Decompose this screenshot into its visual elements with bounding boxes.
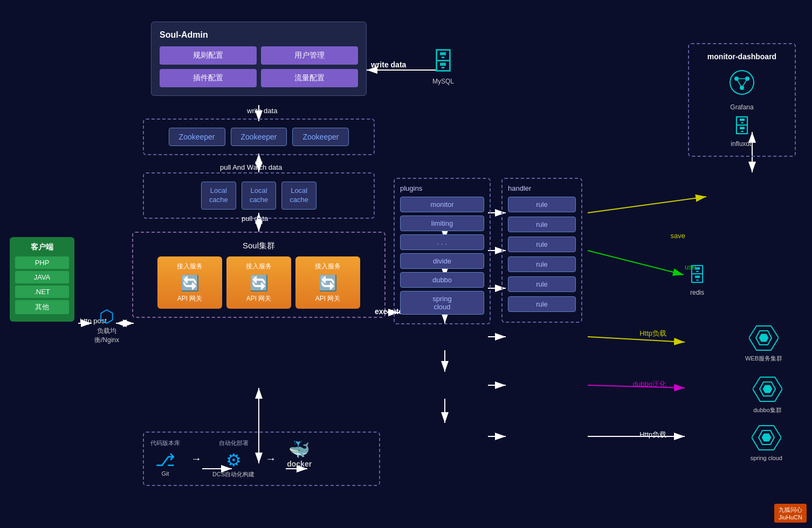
zookeeper-node-2: Zookeeper xyxy=(231,128,287,146)
nginx-label: 负载均衡/Nginx xyxy=(94,326,119,345)
mysql-area: 🗄 MySQL xyxy=(431,48,455,85)
web-service-cluster: WEB服务集群 xyxy=(745,323,782,363)
nginx-icon: ⬡ xyxy=(94,306,119,326)
arrow-git-dcs: → xyxy=(191,453,202,465)
watermark: 九狐问心 JiuHuCN xyxy=(774,504,807,523)
rule-node-3: rule xyxy=(508,237,576,252)
http-load-2-label: Http负载 xyxy=(639,430,666,440)
docker-section: 🐳 docker xyxy=(287,439,312,468)
redis-icon: 🗄 xyxy=(687,264,707,287)
influxdb-icon: 🗄 xyxy=(697,115,787,138)
client-other: 其他 xyxy=(15,300,69,314)
user-mgmt-button[interactable]: 用户管理 xyxy=(261,46,358,65)
auto-deploy-section: 自动化部署 ⚙ DCS自动化构建 xyxy=(212,439,254,478)
web-cluster-icon xyxy=(745,323,782,355)
docker-icon: 🐳 xyxy=(287,439,312,460)
svg-marker-45 xyxy=(763,385,772,393)
client-title: 客户端 xyxy=(15,242,69,252)
soul-node-3: 接入服务 🔄 API 网关 xyxy=(295,256,360,309)
plugins-box: plugins monitor limiting . . . divide du… xyxy=(394,178,491,324)
svg-line-39 xyxy=(742,79,747,88)
bottom-section: 代码版本库 ⎇ Git → 自动化部署 ⚙ DCS自动化构建 → 🐳 docke… xyxy=(143,432,380,486)
plugin-limiting: limiting xyxy=(400,216,484,231)
dubbo-generalize-label: dubbo泛化 xyxy=(633,379,666,389)
http-load-1-label: Http负载 xyxy=(639,329,666,338)
rules-config-button[interactable]: 规则配置 xyxy=(160,46,257,65)
soul-cluster-title: Soul集群 xyxy=(141,241,376,251)
plugin-config-button[interactable]: 插件配置 xyxy=(160,69,257,87)
client-dotnet: .NET xyxy=(15,286,69,298)
influxdb-area: 🗄 influxdb xyxy=(697,115,787,148)
spring-cloud-icon xyxy=(751,423,782,455)
svg-marker-48 xyxy=(762,434,771,441)
code-repo-label: 代码版本库 xyxy=(150,439,180,447)
plugin-spring-cloud: springcloud xyxy=(400,291,484,315)
arrow-dcs-docker: → xyxy=(265,453,276,465)
rule-node-5: rule xyxy=(508,276,576,292)
auto-deploy-label: 自动化部署 xyxy=(212,439,254,447)
plugin-divide: divide xyxy=(400,253,484,269)
svg-line-38 xyxy=(737,79,742,88)
svg-line-25 xyxy=(588,251,684,275)
soul-node-2: 接入服务 🔄 API 网关 xyxy=(226,256,291,309)
handler-title: handler xyxy=(508,184,576,192)
monitor-dashboard-title: monitor-dashboard xyxy=(697,52,787,61)
plugin-dots: . . . xyxy=(400,234,484,250)
mysql-icon: 🗄 xyxy=(431,48,455,75)
soul-admin-buttons: 规则配置 用户管理 插件配置 流量配置 xyxy=(160,46,358,87)
soul-node-1: 接入服务 🔄 API 网关 xyxy=(157,256,222,309)
monitor-dashboard-box: monitor-dashboard Grafana 🗄 influxdb xyxy=(688,43,796,157)
dubbo-cluster-icon xyxy=(753,374,782,406)
code-repo-section: 代码版本库 ⎇ Git xyxy=(150,439,180,477)
influxdb-label: influxdb xyxy=(697,140,787,148)
handler-box: handler rule rule rule rule rule rule xyxy=(501,178,582,323)
dcs-label: DCS自动化构建 xyxy=(212,470,254,478)
write-data-label-1: write data xyxy=(247,107,277,115)
client-box: 客户端 PHP JAVA .NET 其他 xyxy=(10,237,74,322)
rule-node-4: rule xyxy=(508,256,576,272)
local-cache-2: Localcache xyxy=(242,182,277,210)
pull-watch-label: pull And Watch data xyxy=(220,163,282,171)
write-data-top: write data xyxy=(371,60,406,69)
web-cluster-label: WEB服务集群 xyxy=(745,355,782,363)
mysql-label: MySQL xyxy=(431,78,455,85)
grafana-label: Grafana xyxy=(697,103,787,111)
zookeeper-cluster-box: Zookeeper Zookeeper Zookeeper xyxy=(143,119,375,155)
grafana-icon xyxy=(697,69,787,101)
client-java: JAVA xyxy=(15,271,69,283)
dubbo-cluster-label: dubbo集群 xyxy=(753,406,782,414)
nginx-area: ⬡ 负载均衡/Nginx xyxy=(94,306,119,345)
rule-node-6: rule xyxy=(508,296,576,312)
spring-cloud-label: spring cloud xyxy=(751,455,782,461)
rule-node-2: rule xyxy=(508,217,576,232)
plugins-title: plugins xyxy=(400,184,484,192)
git-icon: ⎇ xyxy=(150,450,180,470)
local-cache-3: Localcache xyxy=(281,182,316,210)
svg-point-33 xyxy=(730,71,754,94)
grafana-area: Grafana xyxy=(697,69,787,111)
client-php: PHP xyxy=(15,256,69,269)
redis-label: redis xyxy=(687,289,707,296)
pull-data-label: pull data xyxy=(242,214,268,223)
watermark-text-en: JiuHuCN xyxy=(779,514,802,520)
soul-admin-title: Soul-Admin xyxy=(160,30,358,40)
svg-line-26 xyxy=(588,337,685,342)
dcs-icon: ⚙ xyxy=(212,450,254,470)
traffic-config-button[interactable]: 流量配置 xyxy=(261,69,358,87)
diagram-container: Soul-Admin 规则配置 用户管理 插件配置 流量配置 write dat… xyxy=(0,0,812,528)
bottom-inner: 代码版本库 ⎇ Git → 自动化部署 ⚙ DCS自动化构建 → 🐳 docke… xyxy=(150,439,373,478)
svg-marker-42 xyxy=(759,334,768,342)
plugin-monitor: monitor xyxy=(400,197,484,212)
redis-area: 🗄 redis xyxy=(687,264,707,296)
svg-line-24 xyxy=(588,197,706,213)
zookeeper-node-3: Zookeeper xyxy=(292,128,349,146)
rule-node-1: rule xyxy=(508,197,576,212)
dubbo-service-cluster: dubbo集群 xyxy=(753,374,782,414)
zookeeper-node-1: Zookeeper xyxy=(169,128,225,146)
save-label: save xyxy=(671,232,685,240)
soul-nodes: 接入服务 🔄 API 网关 接入服务 🔄 API 网关 接入服务 🔄 API 网… xyxy=(141,256,376,309)
watermark-text: 九狐问心 xyxy=(779,506,802,514)
spring-cloud-cluster: spring cloud xyxy=(751,423,782,461)
soul-admin-box: Soul-Admin 规则配置 用户管理 插件配置 流量配置 xyxy=(151,22,367,96)
localcache-box: Localcache Localcache Localcache xyxy=(143,172,375,219)
